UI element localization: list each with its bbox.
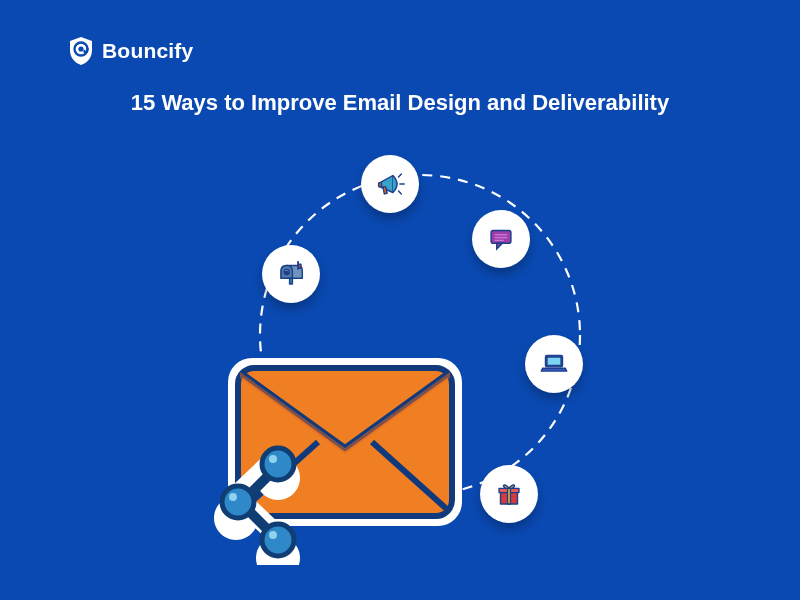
chat-icon — [472, 210, 530, 268]
page-title: 15 Ways to Improve Email Design and Deli… — [0, 90, 800, 116]
svg-rect-3 — [379, 183, 382, 187]
svg-point-26 — [262, 524, 294, 556]
envelope-share-icon — [210, 330, 480, 565]
brand-logo: Bouncify — [68, 36, 193, 66]
illustration: @ — [0, 120, 800, 600]
svg-text:@: @ — [285, 271, 289, 275]
svg-point-28 — [229, 493, 237, 501]
shield-at-icon — [68, 36, 94, 66]
svg-point-25 — [222, 486, 254, 518]
svg-rect-16 — [547, 357, 561, 366]
brand-name: Bouncify — [102, 39, 193, 63]
svg-line-4 — [399, 174, 402, 177]
svg-point-24 — [262, 448, 294, 480]
laptop-icon — [525, 335, 583, 393]
svg-line-6 — [399, 191, 402, 194]
gift-icon — [480, 465, 538, 523]
svg-point-27 — [269, 455, 277, 463]
svg-rect-13 — [290, 278, 293, 284]
svg-rect-19 — [508, 488, 511, 504]
megaphone-icon — [361, 155, 419, 213]
svg-point-1 — [78, 46, 83, 51]
mailbox-icon: @ — [262, 245, 320, 303]
svg-point-29 — [269, 531, 277, 539]
